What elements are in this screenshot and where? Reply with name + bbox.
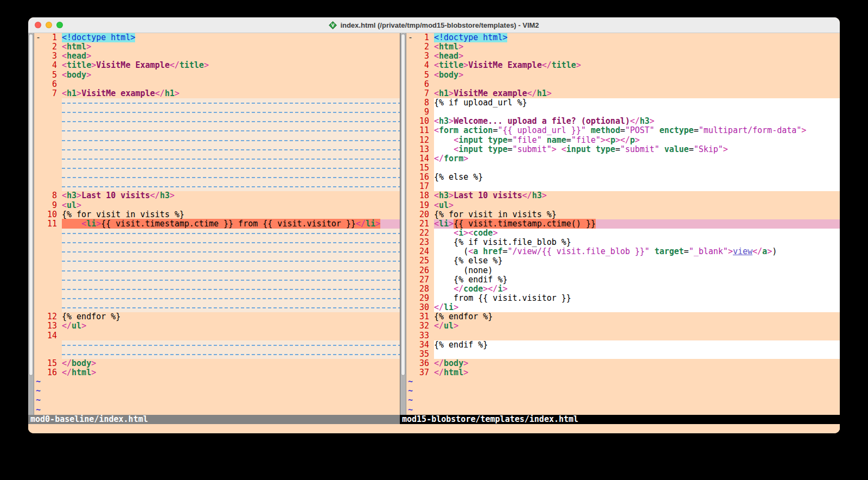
code-line: 23 {% if visit.file_blob %} [406,238,840,247]
right-scrollbar[interactable] [400,33,406,415]
minimize-button[interactable] [46,22,52,28]
line-number: 25 [414,256,429,266]
line-text [434,163,840,173]
syntax-token: > [204,60,209,70]
close-button[interactable] [35,22,41,28]
syntax-token: html [439,42,458,52]
fold-column [406,191,414,200]
diff-filler-row [34,126,400,135]
code-line: 12{% endfor %} [34,312,400,321]
line-number [42,340,57,350]
line-number: 13 [414,145,429,154]
syntax-token: < [434,219,439,229]
diff-filler-row [34,303,400,312]
line-text [62,247,400,256]
diff-filler-row [34,340,400,350]
syntax-token: < [62,191,67,200]
syntax-token: {{ visit.timestamp.ctime }} from {{ visi… [101,219,356,229]
left-scrollbar[interactable] [28,33,34,415]
fold-column [406,117,414,126]
syntax-token: type [596,144,615,154]
line-text: (<a href="/view/{{ visit.file_blob }}" t… [434,247,840,256]
syntax-token: body [444,358,463,368]
line-number: 10 [414,117,429,126]
fold-column [406,61,414,70]
syntax-token: {{ visit.timestamp.ctime() }} [454,219,596,229]
code-line: -1<!doctype html> [406,33,840,42]
right-pane-buffer[interactable]: -1<!doctype html>2<html>3<head>4<title>V… [406,33,840,415]
syntax-token: > [542,191,547,200]
line-text: <title>VisitMe Example</title> [434,61,840,70]
line-text [62,154,400,163]
line-text: </ul> [434,321,840,331]
line-text: {% if visit.file_blob %} [434,238,840,247]
syntax-token: < [434,42,439,52]
line-number [42,350,57,359]
diff-filler-row [34,108,400,117]
code-line: 29 from {{ visit.visitor }} [406,294,840,303]
syntax-token: h3 [439,116,449,126]
syntax-token: > [547,89,552,98]
syntax-token: ul [67,200,76,210]
syntax-token: input [458,135,483,145]
code-line: 9 [406,108,840,117]
line-text: </li> [434,303,840,312]
line-number: 31 [414,312,429,321]
syntax-token: enctype [659,125,693,135]
left-pane-buffer[interactable]: -1<!doctype html>2<html>3<head>4<title>V… [34,33,400,415]
syntax-token: value [664,144,688,154]
line-text [62,98,400,108]
statusline-right[interactable]: mod15-blobstore/templates/index.html [400,415,840,424]
line-text: <input type="submit"> <input type="submi… [434,145,840,154]
syntax-token: method [591,125,620,135]
command-line[interactable] [28,424,840,433]
syntax-token: </ [434,368,444,377]
right-scrollbar-thumb[interactable] [401,34,405,376]
syntax-token: li [86,219,96,229]
syntax-token: "Skip" [694,144,723,154]
syntax-token: > [493,228,497,238]
statusline-left[interactable]: mod0-baseline/index.html [28,415,400,424]
left-scrollbar-thumb[interactable] [29,34,33,376]
line-number: 16 [414,173,429,182]
line-number [42,285,57,294]
line-number: 19 [414,201,429,210]
code-line: 7<h1>VisitMe example</h1> [406,89,840,98]
syntax-token: < [454,228,458,238]
diff-filler-row [34,238,400,247]
syntax-token: > [175,89,180,98]
fold-column [406,201,414,210]
syntax-token: h1 [439,89,449,98]
syntax-token: < [561,144,566,154]
zoom-button[interactable] [56,22,63,28]
syntax-token [591,144,596,154]
fold-column [34,368,42,377]
line-number [42,136,57,145]
diff-filler-row [34,247,400,256]
syntax-token [586,125,591,135]
syntax-token: </ [150,191,160,200]
line-number: 36 [414,359,429,368]
line-text: <li>{{ visit.timestamp.ctime() }} [434,219,840,229]
syntax-token: {% for visit in visits %} [62,210,184,219]
titlebar[interactable]: index.html (/private/tmp/mod15-blobstore… [28,17,840,33]
line-text [62,340,400,350]
code-line: 4<title>VisitMe Example</title> [406,61,840,70]
left-window-body: -1<!doctype html>2<html>3<head>4<title>V… [28,33,400,415]
syntax-token: </ [752,247,762,256]
line-number: 22 [414,229,429,238]
syntax-token: "{{ upload_url }}" [497,125,586,135]
line-text [62,275,400,285]
line-text: from {{ visit.visitor }} [434,294,840,303]
fold-column [406,256,414,266]
syntax-token: < [434,70,439,80]
syntax-token: > [91,358,96,368]
code-line: 16{% else %} [406,173,840,182]
line-number: 6 [42,80,57,89]
line-text: <body> [434,71,840,80]
line-text: </html> [62,368,400,377]
line-number [42,238,57,247]
line-number: 26 [414,266,429,275]
fold-column [406,229,414,238]
tilde-row: ~ [34,396,400,405]
